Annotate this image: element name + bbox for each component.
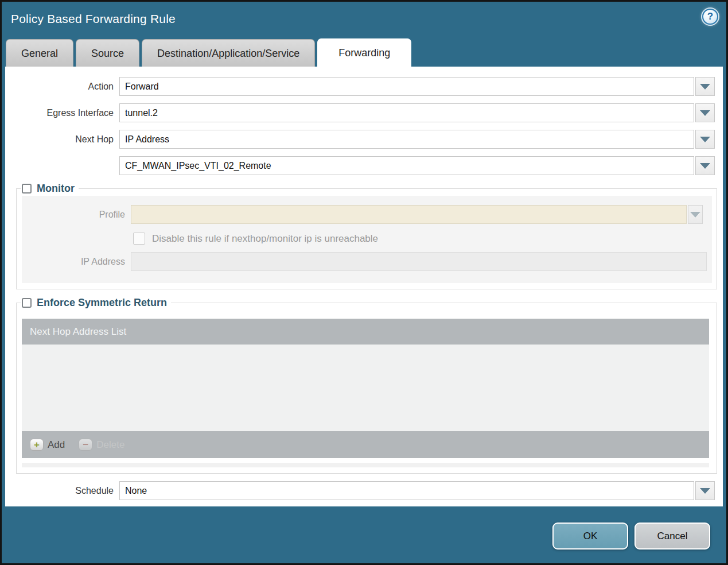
action-dropdown-trigger[interactable] — [695, 77, 715, 96]
cancel-button[interactable]: Cancel — [634, 523, 710, 549]
next-hop-dropdown-trigger[interactable] — [695, 130, 715, 149]
tab-destination-application-service[interactable]: Destination/Application/Service — [142, 39, 315, 67]
profile-label: Profile — [22, 210, 131, 220]
next-hop-address-list-body[interactable] — [22, 345, 709, 431]
next-hop-address-list-toolbar: + Add − Delete — [22, 431, 709, 458]
next-hop-address-dropdown-trigger[interactable] — [695, 156, 715, 175]
enforce-symmetric-return-fieldset: Enforce Symmetric Return Next Hop Addres… — [16, 297, 717, 474]
monitor-panel: Profile Disable this rule if nexthop/mon… — [22, 196, 712, 283]
monitor-checkbox[interactable] — [22, 184, 32, 194]
chevron-down-icon — [700, 488, 710, 494]
monitor-legend: Monitor — [21, 183, 79, 195]
tab-strip: General Source Destination/Application/S… — [2, 38, 726, 67]
profile-dropdown-trigger — [688, 205, 703, 224]
egress-interface-select[interactable]: tunnel.2 — [119, 103, 694, 122]
chevron-down-icon — [700, 110, 710, 116]
next-hop-address-list-header[interactable]: Next Hop Address List — [22, 319, 709, 345]
tab-source[interactable]: Source — [76, 39, 139, 67]
monitor-fieldset: Monitor Profile Disable this rule if nex… — [16, 183, 717, 289]
minus-icon: − — [79, 439, 92, 451]
grid-scroll-gutter — [22, 463, 709, 467]
next-hop-label: Next Hop — [5, 134, 119, 145]
disable-rule-checkbox — [133, 233, 145, 245]
action-select[interactable]: Forward — [119, 77, 694, 96]
chevron-down-icon — [700, 84, 710, 90]
ok-button[interactable]: OK — [552, 523, 628, 549]
profile-select — [131, 205, 687, 224]
next-hop-address-list-grid: Next Hop Address List + Add − Delete — [22, 319, 709, 458]
plus-icon: + — [30, 439, 44, 451]
chevron-down-icon — [700, 163, 710, 169]
monitor-section-title: Monitor — [37, 183, 75, 195]
monitor-ip-address-row: IP Address — [22, 252, 712, 271]
dialog-title: Policy Based Forwarding Rule — [11, 12, 176, 26]
next-hop-row: Next Hop IP Address — [5, 130, 723, 149]
profile-row: Profile — [22, 205, 712, 224]
help-icon[interactable]: ? — [702, 9, 718, 25]
chevron-down-icon — [690, 212, 700, 218]
next-hop-type-select[interactable]: IP Address — [119, 130, 694, 149]
enforce-symmetric-return-legend: Enforce Symmetric Return — [21, 297, 171, 309]
enforce-symmetric-return-checkbox[interactable] — [22, 298, 32, 308]
chevron-down-icon — [700, 137, 710, 142]
disable-rule-row: Disable this rule if nexthop/monitor ip … — [22, 233, 712, 245]
dialog-titlebar: Policy Based Forwarding Rule ? — [2, 2, 726, 38]
egress-interface-row: Egress Interface tunnel.2 — [5, 103, 723, 122]
enforce-symmetric-return-section-title: Enforce Symmetric Return — [37, 297, 167, 309]
forwarding-tab-panel: Action Forward Egress Interface tunnel.2… — [5, 67, 723, 506]
dialog-button-bar: OK Cancel — [2, 506, 726, 549]
monitor-ip-address-input — [131, 252, 707, 271]
tab-forwarding[interactable]: Forwarding — [317, 38, 411, 67]
disable-rule-label: Disable this rule if nexthop/monitor ip … — [152, 233, 378, 245]
schedule-dropdown-trigger[interactable] — [695, 481, 715, 500]
next-hop-address-row: CF_MWAN_IPsec_VTI_02_Remote — [5, 156, 723, 175]
pbf-rule-dialog: Policy Based Forwarding Rule ? General S… — [0, 0, 728, 565]
add-button[interactable]: + Add — [30, 439, 65, 451]
delete-button: − Delete — [79, 439, 124, 451]
action-row: Action Forward — [5, 77, 723, 96]
schedule-select[interactable]: None — [119, 481, 694, 500]
tab-general[interactable]: General — [6, 39, 73, 67]
next-hop-address-select[interactable]: CF_MWAN_IPsec_VTI_02_Remote — [119, 156, 694, 175]
action-label: Action — [5, 82, 119, 92]
monitor-ip-address-label: IP Address — [22, 257, 131, 267]
egress-interface-dropdown-trigger[interactable] — [695, 103, 715, 122]
schedule-label: Schedule — [5, 486, 119, 496]
egress-interface-label: Egress Interface — [5, 108, 119, 118]
schedule-row: Schedule None — [5, 481, 723, 500]
